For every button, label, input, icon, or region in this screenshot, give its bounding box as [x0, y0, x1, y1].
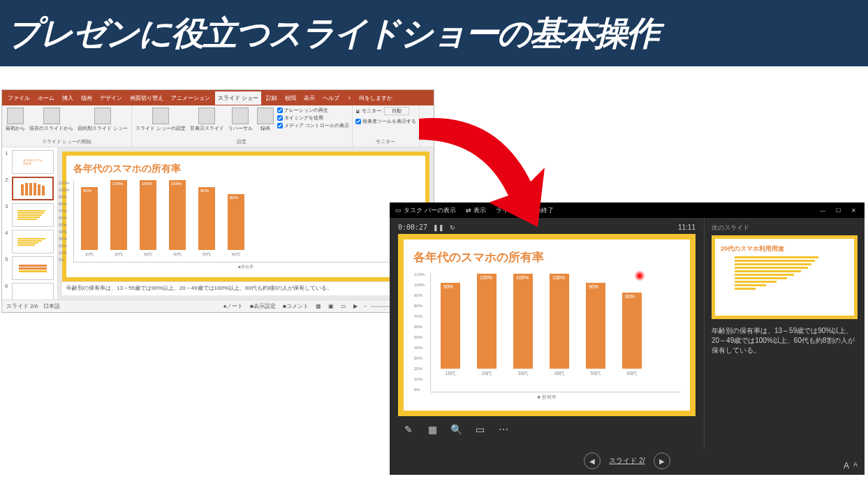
slide-title: 各年代のスマホの所有率 — [73, 163, 418, 175]
slide-counter[interactable]: スライド 2/6 — [6, 302, 38, 310]
pause-icon[interactable]: ❚❚ — [433, 224, 444, 231]
more-options-icon[interactable]: ⋯ — [496, 422, 511, 437]
from-current-button[interactable]: 現在のスライドから — [29, 107, 74, 133]
presenter-nav: ◀ スライド 2/ ▶ — [390, 448, 865, 473]
next-slide-label: 次のスライド — [712, 223, 858, 233]
chart-bar: 80% — [622, 293, 642, 369]
record-button[interactable]: 録画 — [256, 107, 274, 133]
slide-counter[interactable]: スライド 2/ — [609, 456, 645, 466]
reading-view-icon[interactable]: ▭ — [339, 303, 348, 309]
pen-icon[interactable]: ✎ — [401, 422, 416, 437]
x-axis-label: 20代 — [115, 251, 124, 258]
slide-thumbnail[interactable] — [12, 256, 54, 280]
tab-transitions[interactable]: 画面切り替え — [127, 91, 166, 105]
speaker-notes: 年齢別の保有率は、13～59歳では90%以上、20～49歳では100%以上、60… — [712, 326, 858, 355]
record-icon — [257, 108, 274, 124]
slide-thumbnail[interactable] — [12, 283, 54, 300]
x-axis-label: 60代 — [627, 370, 638, 377]
media-checkbox[interactable]: メディア コントロールの表示 — [277, 122, 349, 129]
tab-insert[interactable]: 挿入 — [59, 91, 76, 105]
presenter-view-checkbox[interactable]: 発表者ツールを表示する — [355, 118, 416, 125]
bar-column: 100%20代 — [477, 274, 496, 377]
see-all-slides-icon[interactable]: ▦ — [425, 422, 440, 437]
prev-slide-button[interactable]: ◀ — [584, 452, 601, 469]
language-indicator[interactable]: 日本語 — [43, 302, 60, 310]
x-axis-label: 60代 — [232, 251, 241, 258]
close-icon[interactable]: ✕ — [848, 206, 859, 214]
slide-thumbnail[interactable] — [12, 203, 54, 227]
display-settings-button[interactable]: ■表示設定 — [248, 302, 278, 310]
slide-thumbnail[interactable] — [12, 177, 54, 200]
from-beginning-button[interactable]: 最初から — [5, 107, 26, 133]
presenter-menubar: ▭タスク バーの表示 ⇄表示 ライド ショーの終了 — ☐ ✕ — [390, 202, 865, 218]
narration-checkbox[interactable]: ナレーションの再生 — [277, 107, 349, 114]
reset-icon[interactable]: ↻ — [450, 224, 455, 231]
setup-icon — [152, 108, 169, 124]
bar-column: 90%10代 — [81, 187, 98, 258]
taskbar-icon: ▭ — [395, 207, 402, 214]
x-axis-label: 40代 — [173, 251, 182, 258]
bar-column: 90%50代 — [198, 187, 215, 258]
tab-help[interactable]: ヘルプ — [320, 91, 342, 105]
chart-legend: ■ 所有率 — [413, 394, 680, 401]
bar-column: 100%40代 — [169, 180, 186, 258]
chart-bar: 80% — [228, 194, 244, 250]
ribbon-tabs: ファイル ホーム 挿入 描画 デザイン 画面切り替え アニメーション スライド … — [2, 90, 434, 105]
maximize-icon[interactable]: ☐ — [832, 206, 844, 214]
tab-animations[interactable]: アニメーション — [168, 91, 213, 105]
tab-slideshow[interactable]: スライド ショー — [215, 91, 261, 105]
x-axis-label: 40代 — [554, 370, 565, 377]
custom-show-icon — [94, 108, 111, 124]
current-slide-preview: 各年代のスマホの所有率 110%100%90%80%70%60%50%40%30… — [398, 234, 696, 416]
zoom-icon[interactable]: 🔍 — [448, 422, 464, 437]
tab-design[interactable]: デザイン — [97, 91, 125, 105]
end-show-button[interactable]: ライド ショーの終了 — [496, 206, 554, 215]
presenter-view-window: ▭タスク バーの表示 ⇄表示 ライド ショーの終了 — ☐ ✕ 0:00:27 … — [390, 202, 865, 475]
tab-review[interactable]: 校閲 — [282, 91, 299, 105]
tab-record[interactable]: 記録 — [263, 91, 280, 105]
display-settings-button[interactable]: ⇄表示 — [466, 206, 486, 215]
slide-canvas[interactable]: 各年代のスマホの所有率 110%100%90%80%70%60%50%40%30… — [62, 152, 429, 281]
setup-button[interactable]: スライド ショーの設定 — [135, 107, 186, 133]
normal-view-icon[interactable]: ▦ — [314, 303, 323, 309]
rehearse-button[interactable]: リハーサル — [228, 107, 253, 133]
tab-home[interactable]: ホーム — [35, 91, 57, 105]
next-slide-preview[interactable]: 20代のスマホ利用用途 — [712, 235, 858, 319]
tab-draw[interactable]: 描画 — [78, 91, 95, 105]
tell-me[interactable]: 何をしますか — [356, 91, 395, 105]
monitor-select[interactable]: 自動 — [384, 107, 409, 115]
bar-value-label: 100% — [171, 182, 182, 186]
slide-thumbnail[interactable]: 各年代のスマホ所有率 — [12, 150, 54, 174]
bar-value-label: 100% — [480, 275, 492, 280]
next-slide-button[interactable]: ▶ — [654, 452, 670, 469]
comments-button[interactable]: ■コメント — [281, 302, 311, 310]
chart-bar: 100% — [513, 274, 533, 369]
zoom-out-button[interactable]: － — [362, 302, 368, 310]
slide-thumbnail[interactable] — [12, 230, 54, 253]
banner-title: プレゼンに役立つスライドショーの基本操作 — [7, 11, 659, 56]
timings-checkbox[interactable]: タイミングを使用 — [277, 115, 349, 121]
bar-column: 80%60代 — [228, 194, 244, 258]
chart-bar: 100% — [110, 180, 127, 250]
bar-column: 100%30代 — [140, 180, 156, 258]
font-larger-button[interactable]: A — [844, 461, 849, 471]
notes-button[interactable]: ♠ノート — [221, 302, 245, 310]
play-current-icon — [43, 108, 60, 124]
notes-pane[interactable]: 年齢別の保有率は、13～59歳では90%以上、20～49歳では100%以上、60… — [62, 281, 429, 295]
show-taskbar-button[interactable]: ▭タスク バーの表示 — [395, 206, 456, 215]
slideshow-view-icon[interactable]: ▶ — [351, 303, 360, 309]
sorter-view-icon[interactable]: ▣ — [326, 303, 336, 309]
font-smaller-button[interactable]: A — [853, 461, 858, 471]
black-screen-icon[interactable]: ▭ — [472, 422, 487, 437]
tab-view[interactable]: 表示 — [301, 91, 318, 105]
custom-show-button[interactable]: 目的別スライド ショー — [77, 107, 128, 133]
presenter-tools: ✎ ▦ 🔍 ▭ ⋯ — [398, 416, 696, 443]
hide-slide-button[interactable]: 非表示スライド — [189, 107, 225, 133]
slide-chart: 110%100%90%80%70%60%50%40%30%20%10%0% 90… — [73, 181, 418, 263]
tab-file[interactable]: ファイル — [5, 91, 33, 105]
chart-bar: 100% — [477, 274, 496, 369]
next-slide-chart — [721, 256, 848, 290]
y-axis: 110%100%90%80%70%60%50%40%30%20%10%0% — [414, 272, 425, 392]
minimize-icon[interactable]: — — [817, 206, 828, 214]
slide-thumbnail-panel: 1各年代のスマホ所有率 2 3 4 5 6 — [2, 147, 58, 300]
